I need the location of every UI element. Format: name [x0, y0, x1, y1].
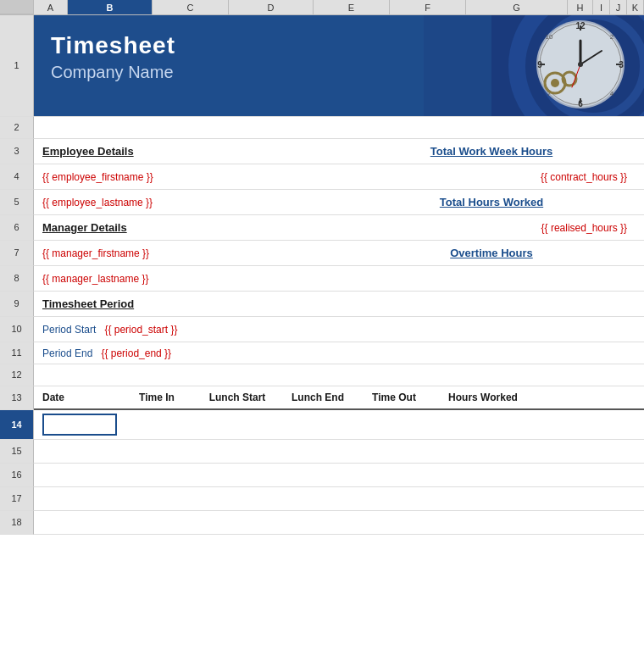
col-header-g[interactable]: G [466, 0, 568, 14]
header-text: Timesheet Company Name [34, 15, 424, 116]
clock-decoration: 12 3 6 9 2 10 7 4 [424, 15, 644, 117]
row-15[interactable]: 15 [0, 440, 644, 464]
row-10-content[interactable]: Period Start {{ period_start }} [34, 317, 644, 342]
row-10-right [339, 317, 644, 342]
corner-cell [0, 0, 34, 14]
row-16[interactable]: 16 [0, 464, 644, 487]
col-header-h[interactable]: H [568, 0, 593, 14]
manager-firstname-cell[interactable]: {{ manager_firstname }} [34, 241, 339, 265]
realised-hours-cell[interactable]: {{ realised_hours }} [339, 215, 644, 240]
row-6-content[interactable]: Manager Details {{ realised_hours }} [34, 215, 644, 241]
company-name: Company Name [51, 63, 407, 82]
row-3: 3 Employee Details Total Work Week Hours [0, 139, 644, 164]
col-header-j[interactable]: J [610, 0, 627, 14]
timesheet-period-heading-cell: Timesheet Period [34, 292, 339, 316]
period-end-cell[interactable]: Period End {{ period_end }} [34, 342, 339, 364]
manager-lastname-cell[interactable]: {{ manager_lastname }} [34, 266, 339, 291]
row-7[interactable]: 7 {{ manager_firstname }} Overtime Hours [0, 241, 644, 266]
row-num-6: 6 [0, 215, 34, 241]
employee-firstname-cell[interactable]: {{ employee_firstname }} [34, 164, 339, 189]
row-15-content[interactable] [34, 440, 644, 464]
row-num-10: 10 [0, 317, 34, 342]
manager-lastname-var: {{ manager_lastname }} [42, 273, 148, 285]
row-17[interactable]: 17 [0, 487, 644, 511]
row-num-8: 8 [0, 266, 34, 292]
period-end-var: {{ period_end }} [101, 347, 171, 359]
col-header-time-in: Time In [119, 392, 195, 403]
overtime-heading-cell: Overtime Hours [339, 241, 644, 265]
row-9-right [339, 292, 644, 316]
row-17-content[interactable] [34, 487, 644, 511]
contract-hours-var: {{ contract_hours }} [347, 171, 636, 183]
contract-hours-cell[interactable]: {{ contract_hours }} [339, 164, 644, 189]
work-week-heading-cell: Total Work Week Hours [339, 139, 644, 164]
col-header-c[interactable]: C [153, 0, 229, 14]
row-1-content: Timesheet Company Name [34, 15, 644, 117]
row-14[interactable]: 14 [0, 410, 644, 440]
row-4-content[interactable]: {{ employee_firstname }} {{ contract_hou… [34, 164, 644, 190]
svg-point-24 [578, 62, 583, 67]
row-16-content[interactable] [34, 464, 644, 487]
col-header-e[interactable]: E [314, 0, 390, 14]
period-end-label: Period End [42, 347, 92, 359]
row-8-content[interactable]: {{ manager_lastname }} [34, 266, 644, 292]
rows-area: 1 Timesheet Company Name [0, 15, 644, 661]
col-header-k[interactable]: K [627, 0, 644, 14]
employee-lastname-var: {{ employee_lastname }} [42, 197, 153, 208]
row-8[interactable]: 8 {{ manager_lastname }} [0, 266, 644, 292]
svg-rect-25 [424, 15, 491, 117]
svg-text:2: 2 [610, 33, 614, 41]
row-num-11: 11 [0, 342, 34, 364]
column-headers: A B C D E F G H I J K [0, 0, 644, 15]
date-cell-selected[interactable] [42, 414, 117, 436]
col-header-b[interactable]: B [68, 0, 153, 14]
col-header-lunch-end: Lunch End [280, 392, 356, 403]
col-header-a[interactable]: A [34, 0, 68, 14]
svg-point-19 [551, 79, 559, 87]
period-start-cell[interactable]: Period Start {{ period_start }} [34, 317, 339, 342]
row-2-content [34, 117, 644, 139]
row-num-4: 4 [0, 164, 34, 190]
row-num-2: 2 [0, 117, 34, 139]
row-num-17: 17 [0, 487, 34, 511]
row-12: 12 [0, 364, 644, 386]
col-header-d[interactable]: D [229, 0, 314, 14]
svg-text:10: 10 [546, 33, 553, 41]
col-header-time-out: Time Out [356, 392, 432, 403]
employee-firstname-var: {{ employee_firstname }} [42, 171, 153, 183]
manager-details-heading-cell: Manager Details [34, 215, 339, 240]
row-18[interactable]: 18 [0, 511, 644, 535]
employee-details-heading: Employee Details [42, 145, 134, 158]
row-10[interactable]: 10 Period Start {{ period_start }} [0, 317, 644, 342]
realised-hours-var: {{ realised_hours }} [347, 222, 636, 234]
row-table-headers: 13 Date Time In Lunch Start Lunch End Ti… [0, 386, 644, 410]
row-num-15: 15 [0, 440, 34, 464]
spreadsheet: A B C D E F G H I J K 1 Timesheet Compan… [0, 0, 644, 661]
col-header-i[interactable]: I [593, 0, 610, 14]
table-headers-row: Date Time In Lunch Start Lunch End Time … [34, 386, 644, 410]
row-14-content[interactable] [34, 410, 644, 440]
row-6[interactable]: 6 Manager Details {{ realised_hours }} [0, 215, 644, 241]
row-num-16: 16 [0, 464, 34, 487]
row-18-content[interactable] [34, 511, 644, 535]
row-11[interactable]: 11 Period End {{ period_end }} [0, 342, 644, 364]
employee-lastname-cell[interactable]: {{ employee_lastname }} [34, 190, 339, 214]
overtime-heading: Overtime Hours [347, 247, 636, 259]
row-num-18: 18 [0, 511, 34, 535]
period-start-label: Period Start [42, 324, 96, 336]
row-5-content[interactable]: {{ employee_lastname }} Total Hours Work… [34, 190, 644, 215]
col-header-f[interactable]: F [390, 0, 466, 14]
period-start-var: {{ period_start }} [104, 324, 177, 336]
row-8-right [339, 266, 644, 291]
total-hours-heading: Total Hours Worked [347, 196, 636, 208]
total-hours-heading-cell: Total Hours Worked [339, 190, 644, 214]
row-7-content[interactable]: {{ manager_firstname }} Overtime Hours [34, 241, 644, 266]
row-4[interactable]: 4 {{ employee_firstname }} {{ contract_h… [0, 164, 644, 190]
row-3-content: Employee Details Total Work Week Hours [34, 139, 644, 164]
row-5[interactable]: 5 {{ employee_lastname }} Total Hours Wo… [0, 190, 644, 215]
row-11-content[interactable]: Period End {{ period_end }} [34, 342, 644, 364]
row-11-right [339, 342, 644, 364]
row-num-9: 9 [0, 292, 34, 317]
row-2: 2 [0, 117, 644, 139]
col-header-lunch-start: Lunch Start [195, 392, 280, 403]
